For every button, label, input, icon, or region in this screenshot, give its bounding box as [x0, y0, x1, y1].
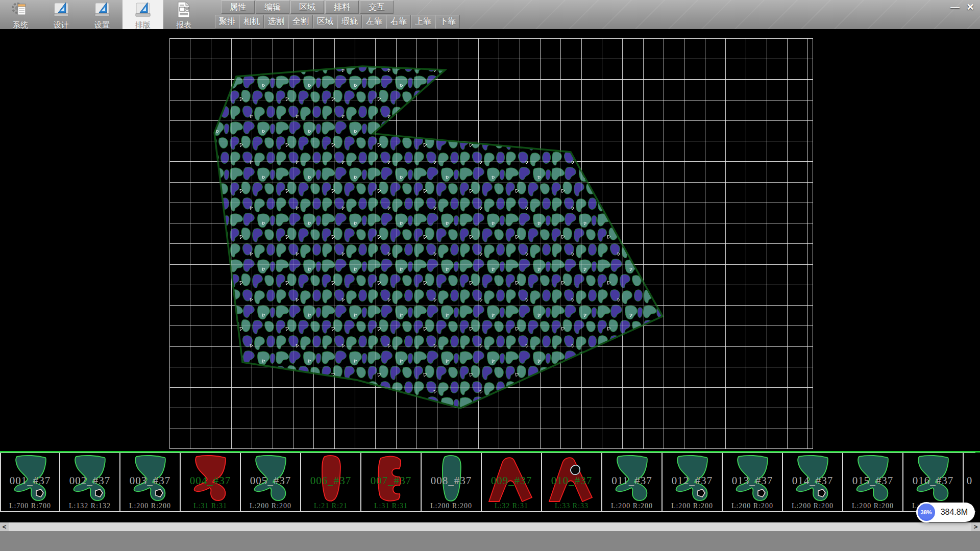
memory-value: 384.8M — [937, 508, 975, 517]
part-id: 004_#37 — [181, 474, 240, 487]
menu-item-menu_row1-2[interactable]: 编辑 — [256, 1, 289, 14]
menu-item-menu_row1-5[interactable]: 交互 — [360, 1, 394, 14]
part-thumbnail-11[interactable]: 011_#37L:200 R:200 — [602, 453, 663, 512]
menu-item-menu_row1-1[interactable]: 属性 — [221, 1, 255, 14]
part-thumbnail-9[interactable]: 009_#37L:32 R:31 — [482, 453, 542, 512]
ruler-icon — [134, 0, 152, 20]
toolbar-button-label: 系统 — [13, 20, 28, 30]
part-lr-count: L:31 R:31 — [181, 502, 240, 510]
toolbar-button-label: 排版 — [135, 20, 151, 30]
toolbar-button-1[interactable]: 系统 — [0, 0, 41, 29]
menu-item-menu_row2-10[interactable]: 下靠 — [435, 15, 460, 29]
hide-outline[interactable] — [214, 66, 663, 408]
part-id: 006_#37 — [301, 474, 360, 487]
part-thumbnail-5[interactable]: 005_#37L:200 R:200 — [241, 453, 301, 512]
parts-strip: 001_#37L:700 R:700002_#37L:132 R:132003_… — [0, 451, 980, 514]
toolbar-button-label: 设计 — [54, 20, 69, 30]
part-id: 008_#37 — [422, 474, 481, 487]
part-id: 011_#37 — [602, 474, 662, 487]
part-thumbnail-10[interactable]: 010_#37L:33 R:33 — [542, 453, 602, 512]
part-thumbnail-4[interactable]: 004_#37L:31 R:31 — [181, 453, 241, 512]
part-id: 007_#37 — [361, 474, 421, 487]
part-thumbnail-6[interactable]: 006_#37L:21 R:21 — [301, 453, 361, 512]
part-thumbnail-12[interactable]: 012_#37L:200 R:200 — [663, 453, 723, 512]
part-lr-count: L:200 R:200 — [422, 502, 481, 510]
strip-gap — [0, 512, 980, 522]
progress-circle-icon: 38% — [916, 502, 937, 522]
menu-row-2: 聚排相机选割全割区域瑕疵左靠右靠上靠下靠 — [215, 15, 460, 29]
progress-percent: 38% — [921, 509, 932, 515]
part-id: 012_#37 — [663, 474, 722, 487]
menu-item-menu_row2-5[interactable]: 区域 — [313, 15, 337, 29]
part-id: 002_#37 — [60, 474, 119, 487]
close-button[interactable]: ✕ — [964, 2, 977, 13]
toolbar-button-4[interactable]: 排版 — [122, 0, 163, 29]
part-id: 013_#37 — [723, 474, 782, 487]
part-thumbnail-3[interactable]: 003_#37L:200 R:200 — [120, 453, 181, 512]
menu-item-menu_row2-7[interactable]: 左靠 — [362, 15, 386, 29]
status-bar — [0, 531, 980, 551]
menu-item-menu_row2-6[interactable]: 瑕疵 — [337, 15, 362, 29]
part-thumbnail-1[interactable]: 001_#37L:700 R:700 — [0, 453, 60, 512]
menu-item-menu_row2-2[interactable]: 相机 — [239, 15, 264, 29]
part-lr-count: L:200 R:200 — [241, 502, 300, 510]
part-thumbnail-7[interactable]: 007_#37L:31 R:31 — [361, 453, 422, 512]
menu-item-menu_row2-4[interactable]: 全割 — [288, 15, 313, 29]
part-thumbnail-13[interactable]: 013_#37L:200 R:200 — [723, 453, 783, 512]
menu-row-1: 属性编辑区域排料交互 — [221, 1, 394, 14]
part-lr-count: L:200 R:200 — [120, 502, 180, 510]
part-id: 009_#37 — [482, 474, 541, 487]
part-lr-count: L:200 R:200 — [602, 502, 662, 510]
scroll-right-button[interactable]: > — [971, 522, 980, 531]
scrollbar-track[interactable] — [9, 522, 971, 531]
part-thumbnail-8[interactable]: 008_#37L:200 R:200 — [422, 453, 482, 512]
part-id: 0 — [964, 474, 975, 487]
report-icon — [175, 0, 193, 20]
part-lr-count: L:700 R:700 — [1, 502, 59, 510]
menu-item-menu_row2-1[interactable]: 聚排 — [215, 15, 239, 29]
toolbar-hatch-texture — [398, 0, 980, 29]
part-id: 014_#37 — [783, 474, 842, 487]
menu-item-menu_row1-3[interactable]: 区域 — [290, 1, 324, 14]
leather-hide-shape[interactable] — [0, 29, 980, 451]
toolbar-button-5[interactable]: 报表 — [163, 0, 204, 29]
nesting-canvas[interactable] — [0, 29, 980, 451]
part-lr-count: L:200 R:200 — [663, 502, 722, 510]
part-lr-count: L:21 R:21 — [301, 502, 360, 510]
scroll-left-button[interactable]: < — [0, 522, 9, 531]
part-lr-count: L:31 R:31 — [361, 502, 421, 510]
part-id: 010_#37 — [542, 474, 601, 487]
part-thumbnail-2[interactable]: 002_#37L:132 R:132 — [60, 453, 120, 512]
toolbar-button-2[interactable]: 设计 — [41, 0, 82, 29]
menu-item-menu_row2-9[interactable]: 上靠 — [411, 15, 435, 29]
menu-item-menu_row2-8[interactable]: 右靠 — [386, 15, 411, 29]
leather-nesting-app: 系统设计设置排版报表 属性编辑区域排料交互 聚排相机选割全割区域瑕疵左靠右靠上靠… — [0, 0, 980, 551]
menu-item-menu_row2-3[interactable]: 选割 — [264, 15, 288, 29]
ruler-icon — [93, 0, 111, 20]
toolbar-button-3[interactable]: 设置 — [82, 0, 122, 29]
gear-doc-icon — [11, 0, 30, 20]
toolbar-icon-buttons: 系统设计设置排版报表 — [0, 0, 204, 29]
part-thumbnail-15[interactable]: 015_#37L:200 R:200 — [843, 453, 903, 512]
horizontal-scrollbar[interactable]: < > — [0, 522, 980, 531]
toolbar-button-label: 设置 — [94, 20, 110, 30]
part-id: 005_#37 — [241, 474, 300, 487]
toolbar: 系统设计设置排版报表 属性编辑区域排料交互 聚排相机选割全割区域瑕疵左靠右靠上靠… — [0, 0, 980, 30]
part-id: 001_#37 — [1, 474, 59, 487]
toolbar-button-label: 报表 — [176, 20, 191, 30]
part-id: 015_#37 — [843, 474, 902, 487]
part-lr-count: L:33 R:33 — [542, 502, 601, 510]
part-thumbnail-14[interactable]: 014_#37L:200 R:200 — [783, 453, 843, 512]
part-lr-count: L:132 R:132 — [60, 502, 119, 510]
part-id: 003_#37 — [120, 474, 180, 487]
part-id: 016_#37 — [903, 474, 963, 487]
ruler-icon — [52, 0, 70, 20]
part-lr-count: L:200 R:200 — [843, 502, 902, 510]
part-lr-count: L:200 R:200 — [723, 502, 782, 510]
progress-badge[interactable]: 38% 384.8M — [917, 503, 975, 522]
part-lr-count: L:32 R:31 — [482, 502, 541, 510]
window-controls: — ✕ — [948, 2, 977, 13]
part-lr-count: L:200 R:200 — [783, 502, 842, 510]
menu-item-menu_row1-4[interactable]: 排料 — [325, 1, 359, 14]
minimize-button[interactable]: — — [948, 2, 962, 13]
